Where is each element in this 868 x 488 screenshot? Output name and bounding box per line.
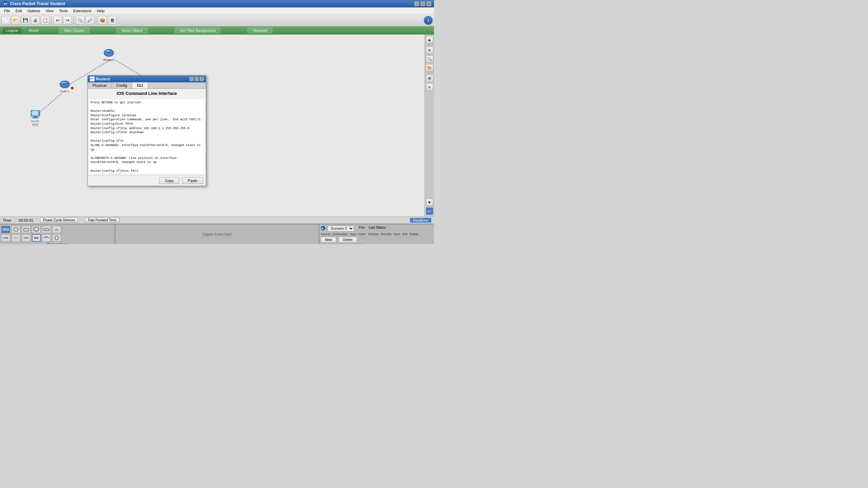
window-controls[interactable]: – □ × (414, 1, 431, 6)
save-button[interactable]: 💾 (21, 16, 30, 25)
dialog-minimize[interactable]: – (190, 77, 194, 81)
pc-type-btn[interactable] (32, 226, 41, 233)
pdu-scenario-row: ▶ Scenario 0 Fire Last Status (321, 226, 433, 231)
viewport-button[interactable]: Viewport (248, 28, 272, 33)
wireless-type-btn[interactable] (52, 226, 61, 233)
gear-btn[interactable]: ⚙ (426, 75, 433, 82)
menu-file[interactable]: File (1, 9, 13, 13)
bottom-panel: Connections Copper Cross-Over ▶ Scenario… (0, 224, 434, 244)
redo-button[interactable]: ↪ (63, 16, 72, 25)
svg-text:1841: 1841 (106, 50, 110, 52)
scroll-down-btn[interactable]: ▼ (426, 199, 433, 206)
svg-rect-36 (34, 227, 39, 231)
router0-node[interactable]: 1841 Router0 (103, 48, 114, 62)
tab-physical[interactable]: Physical (88, 82, 112, 88)
toolbar: 📄 📂 💾 🖨 📋 ↩ ↪ 🔍 🔎 📦 🗑 i (0, 14, 434, 26)
power-cycle-button[interactable]: Power Cycle Devices (40, 218, 78, 223)
menu-options[interactable]: Options (25, 9, 43, 13)
minimize-button[interactable]: – (414, 1, 419, 6)
bottom-right-panel: ▶ Scenario 0 Fire Last Status Source Des… (319, 224, 434, 244)
menu-edit[interactable]: Edit (13, 9, 25, 13)
svg-point-31 (3, 228, 5, 230)
breadcrumb: [Root] (22, 28, 45, 33)
bottom-left-panel: Connections (0, 224, 115, 244)
router1-dialog: PT Router1 – □ × Physical Config CLI IOS… (87, 75, 206, 186)
palette-btn[interactable]: 🎨 (426, 64, 433, 72)
pdu-delete-button[interactable]: Delete (338, 237, 357, 243)
connections-label: Connections (1, 243, 113, 244)
add-pdu-button[interactable]: 📦 (98, 16, 107, 25)
delete-button[interactable]: 🗑 (108, 16, 117, 25)
paste-button[interactable]: Paste (182, 177, 203, 184)
new-cluster-button[interactable]: New Cluster (59, 28, 90, 33)
realtime-label[interactable]: Realtime (410, 218, 431, 223)
dialog-close[interactable]: × (200, 77, 204, 81)
hub-type-btn[interactable] (42, 226, 51, 233)
new-button[interactable]: 📄 (1, 16, 10, 25)
list-btn[interactable]: ≡ (426, 83, 433, 91)
move-object-button[interactable]: Move Object (117, 28, 148, 33)
router-type-btn[interactable] (12, 226, 20, 233)
menu-help[interactable]: Help (94, 9, 107, 13)
toolbar-sep-2 (74, 16, 74, 24)
print-button[interactable]: 🖨 (31, 16, 40, 25)
router0-icon: 1841 (103, 48, 114, 58)
maximize-button[interactable]: □ (420, 1, 425, 6)
col-edit: Edit (402, 232, 408, 236)
zoom-btn[interactable]: ✕ (426, 46, 433, 54)
open-button[interactable]: 📂 (11, 16, 20, 25)
toggle-pdu-button[interactable]: Toggle PDU List Window (321, 244, 364, 244)
svg-point-32 (6, 228, 8, 230)
dialog-icon: PT (90, 77, 95, 81)
fiber-btn[interactable] (42, 234, 51, 242)
router1-node[interactable]: 1841 Router1 (59, 80, 70, 93)
pc0-label: PC0 (32, 123, 38, 126)
close-button[interactable]: × (427, 1, 431, 6)
dialog-terminal[interactable]: Press RETURN to get started! Router>enab… (89, 99, 204, 174)
set-tiled-bg-button[interactable]: Set Tiled Background (175, 28, 221, 33)
zoom-in-button[interactable]: 🔍 (76, 16, 84, 25)
connections-type-btn[interactable] (1, 226, 10, 233)
router1-icon: 1841 (59, 80, 70, 89)
scroll-up-btn[interactable]: ▲ (426, 36, 433, 43)
copy-button[interactable]: Copy (159, 177, 179, 184)
svg-point-6 (71, 87, 74, 89)
dialog-content-title: IOS Command Line Interface (88, 89, 206, 98)
fire-label: Fire (359, 226, 364, 231)
copper-straight-btn[interactable] (22, 234, 31, 242)
pc0-node[interactable]: PC-PT PC-PT PC0 (30, 110, 41, 126)
canvas-area[interactable]: 1841 Router0 1841 Router1 18 (0, 35, 425, 216)
mode-bar: Logical [Root] New Cluster Move Object S… (0, 26, 434, 35)
toolbar-sep-1 (51, 16, 52, 24)
status-bar: Time: 00:03:41 Power Cycle Devices Fast … (0, 216, 434, 224)
auto-connect-btn[interactable] (1, 234, 10, 242)
console-btn[interactable] (12, 234, 20, 242)
toggle-pdu-row: Toggle PDU List Window (321, 244, 433, 244)
copper-crossover-btn[interactable] (32, 234, 41, 242)
menu-view[interactable]: View (43, 9, 57, 13)
tab-cli[interactable]: CLI (132, 82, 148, 88)
scenario-select[interactable]: Scenario 0 (328, 226, 354, 231)
tab-config[interactable]: Config (112, 82, 132, 88)
time-value: 00:03:41 (19, 218, 33, 222)
col-destination: Destination (333, 232, 348, 236)
svg-rect-22 (32, 117, 39, 118)
undo-button[interactable]: ↩ (53, 16, 62, 25)
right-panel: ▲ ✕ 🔍 🎨 ⚙ ≡ ▼ RT (425, 35, 434, 216)
menu-tools[interactable]: Tools (56, 9, 71, 13)
realtime-toggle-btn[interactable]: RT (426, 207, 433, 215)
col-type: Type (350, 232, 357, 236)
dialog-title: Router1 (96, 77, 110, 81)
dialog-maximize[interactable]: □ (195, 77, 199, 81)
zoom-out-button[interactable]: 🔎 (85, 16, 94, 25)
svg-rect-38 (44, 229, 49, 231)
menu-extensions[interactable]: Extensions (71, 9, 94, 13)
search-btn[interactable]: 🔍 (426, 55, 433, 63)
device-type-row (1, 226, 113, 233)
copy-button[interactable]: 📋 (41, 16, 50, 25)
pdu-new-button[interactable]: New (321, 237, 336, 243)
phone-btn[interactable] (52, 234, 61, 242)
info-button[interactable]: i (424, 16, 433, 25)
fast-forward-button[interactable]: Fast Forward Time (85, 218, 119, 223)
switch-type-btn[interactable] (22, 226, 31, 233)
